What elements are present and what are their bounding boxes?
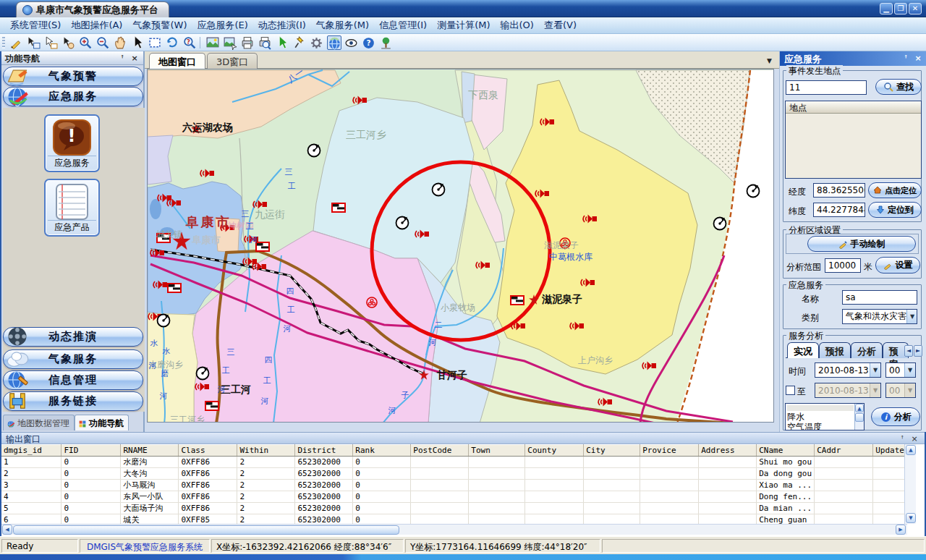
table-row[interactable]: 30小马厩沟0XFF8626523020000Xiao ma ... [1,480,907,491]
goto-button[interactable]: 定位到 [868,202,922,218]
column-header-Class[interactable]: Class [179,445,237,457]
column-header-Update[interactable]: Update [873,445,907,457]
menu-item-7[interactable]: 测量计算(M) [437,19,490,32]
column-header-District[interactable]: District [295,445,353,457]
analysis-tab-预报[interactable]: 预报 [819,342,851,358]
menu-item-2[interactable]: 气象预警(W) [132,19,187,32]
column-header-CAddr[interactable]: CAddr [815,445,873,457]
element-item[interactable]: 空气温度 [787,422,864,430]
element-item[interactable]: 降水 [787,412,864,422]
table-row[interactable]: 50大面场子沟0XFF8626523020000Da mian ... [1,503,907,514]
column-header-Address[interactable]: Address [699,445,757,457]
set-button[interactable]: 设置 [875,257,920,273]
image-export-icon[interactable] [223,35,237,50]
output-vscrollbar[interactable]: ▲ ▼ [904,444,916,524]
date-to-combo[interactable]: 2010-08-13▼ [815,383,881,398]
scroll-right-icon[interactable]: ▶ [896,525,906,535]
menu-item-1[interactable]: 地图操作(A) [71,19,122,32]
output-hscrollbar[interactable]: ◀ ▶ [1,524,907,535]
column-header-Within[interactable]: Within [237,445,295,457]
minimize-button[interactable]: ▁ [880,3,893,14]
column-header-City[interactable]: City [584,445,640,457]
to-checkbox[interactable] [786,386,795,395]
element-list[interactable]: 降水空气温度 ▲ [785,403,865,430]
nav-item-应急服务[interactable]: !应急服务 [44,114,100,172]
hour-to-combo[interactable]: 00▼ [885,383,916,398]
date-combo[interactable]: 2010-08-13▼ [815,362,881,378]
gear-icon[interactable] [310,35,324,50]
scroll-up-icon[interactable]: ▲ [855,404,864,412]
refresh-icon[interactable] [165,35,179,50]
tree-export-icon[interactable] [379,35,394,50]
pencil-icon[interactable] [9,35,23,50]
column-header-Rank[interactable]: Rank [353,445,411,457]
table-row[interactable]: 40东风一小队0XFF8626523020000Dong fen... [1,491,907,503]
scroll-left-icon[interactable]: ◀ [2,525,12,535]
type-combo[interactable]: 气象和洪水灾害▼ [842,309,917,324]
analysis-tab-实况[interactable]: 实况 [787,342,819,358]
panel-tab-功能导航[interactable]: 功能导航 [75,415,129,430]
close-button[interactable]: ✕ [909,3,922,14]
column-header-County[interactable]: County [525,445,584,457]
cursor-hand-icon[interactable] [61,35,75,50]
menu-item-3[interactable]: 应急服务(E) [197,19,247,32]
menu-item-0[interactable]: 系统管理(S) [10,19,61,32]
tab-scroll-right[interactable]: ► [914,345,922,357]
full-extent-icon[interactable] [148,35,162,50]
help-icon[interactable]: ? [362,35,376,50]
column-header-dmgis_id[interactable]: dmgis_id [1,445,61,457]
search-button[interactable]: 查找 [875,79,922,95]
pin-icon[interactable]: ꜛ [117,54,127,64]
location-list[interactable]: 地点 [785,101,922,179]
analysis-tab-分析[interactable]: 分析 [851,342,883,358]
latitude-input[interactable]: 44.22778446 [813,203,865,217]
cursor-box2-icon[interactable] [43,35,58,50]
column-header-RNAME[interactable]: RNAME [121,445,179,457]
zoom-out-icon[interactable] [95,35,110,50]
map-viewport[interactable]: 八一六运湖农场三工河乡下西泉九运街阜康市城关镇阜康市神树园滋泥泉子滋泥泉子中葛根… [147,69,774,423]
column-header-CName[interactable]: CName [757,445,815,457]
menu-item-6[interactable]: 信息管理(I) [379,19,427,32]
eye-icon[interactable] [344,35,359,50]
nav-item-应急产品[interactable]: 应急产品 [44,179,100,237]
column-header-Town[interactable]: Town [469,445,525,457]
map-tab-地图窗口[interactable]: 地图窗口 [149,53,205,69]
close-icon[interactable]: × [129,54,140,64]
globe-service-icon[interactable] [327,35,341,50]
scroll-down-icon[interactable]: ▼ [906,513,916,523]
hscroll-thumb[interactable] [13,525,399,535]
range-input[interactable]: 10000 [825,258,861,273]
analyze-button[interactable]: i分析 [871,407,920,426]
longitude-input[interactable]: 88.36255063 [813,183,865,198]
menu-item-5[interactable]: 气象服务(M) [316,19,369,32]
map-tab-3D窗口[interactable]: 3D窗口 [207,53,258,69]
cursor-box-icon[interactable] [26,35,41,50]
zoom-in-icon[interactable] [78,35,93,50]
name-input[interactable]: sa [842,290,917,305]
table-row[interactable]: 60城关0XFF8526523020000Cheng guan [1,514,907,525]
column-header-PostCode[interactable]: PostCode [411,445,469,457]
tab-scroll-left[interactable]: ◄ [904,345,913,357]
table-row[interactable]: 10水磨沟0XFF8626523020000Shui mo gou [1,457,907,468]
table-row[interactable]: 20大冬沟0XFF8626523020000Da dong gou [1,468,907,480]
close-icon[interactable]: × [913,54,923,64]
pin-icon[interactable]: ꜛ [901,54,911,64]
close-icon[interactable]: × [909,434,919,444]
column-header-Provice[interactable]: Provice [640,445,699,457]
panel-tab-地图数据管理[interactable]: 地图数据管理 [3,415,75,430]
restore-button[interactable]: ❐ [894,3,907,14]
menu-item-8[interactable]: 输出(O) [501,19,534,32]
menu-item-9[interactable]: 查看(V) [544,19,577,32]
pin-icon[interactable] [292,35,307,50]
pointer-icon[interactable] [130,35,145,50]
scroll-up-icon[interactable]: ▲ [906,445,916,455]
chevron-down-icon[interactable]: ▼ [767,57,772,64]
menu-item-4[interactable]: 动态推演(I) [258,19,306,32]
print-preview-icon[interactable] [258,35,272,50]
hour-combo[interactable]: 00▼ [885,362,916,378]
printer-icon[interactable] [240,35,255,50]
location-search-input[interactable]: 11 [786,80,867,95]
green-pointer-icon[interactable] [275,35,289,50]
pin-icon[interactable]: ꜛ [897,434,907,444]
pan-hand-icon[interactable] [113,35,127,50]
